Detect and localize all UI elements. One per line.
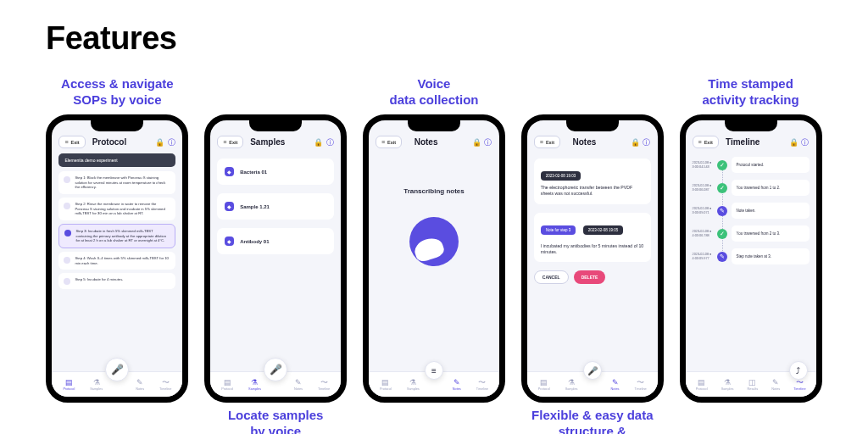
- protocol-step[interactable]: Step 1: Block the membrane with Ponceau …: [58, 171, 175, 194]
- screen-title: Timeline: [700, 137, 786, 147]
- tab-notes[interactable]: ✎Notes: [136, 379, 144, 391]
- chart-icon: 〜: [162, 379, 170, 387]
- share-fab[interactable]: ⤴: [789, 361, 808, 380]
- notch: [249, 120, 302, 131]
- note-dot-icon: ✎: [717, 206, 727, 216]
- timeline-row[interactable]: 2023-02-08 ● 3:03:09.071 ✎ Note taken.: [693, 203, 810, 219]
- note-card[interactable]: Note for step 3 2023-02-08 19:05 I incub…: [534, 213, 651, 263]
- results-icon: ◫: [748, 379, 756, 387]
- protocol-step[interactable]: Step 4: Wash 3–4 times with 5% skimmed m…: [58, 252, 175, 270]
- sample-card[interactable]: ◆Antibody 01: [217, 228, 334, 254]
- mic-fab[interactable]: 🎤: [583, 361, 602, 380]
- note-card[interactable]: 2023-02-08 19:03 The electrophoretic tra…: [534, 159, 651, 204]
- list-icon: ▤: [224, 379, 231, 387]
- info-icon[interactable]: ⓘ: [167, 138, 175, 147]
- timeline-row[interactable]: 2023-02-08 ● 4:03:06.788 ✓ You traversed…: [693, 225, 810, 242]
- flask-icon: ⚗: [568, 379, 575, 387]
- transcribing-label: Transcribing notes: [376, 187, 492, 195]
- tab-notes[interactable]: ✎Notes: [771, 379, 780, 391]
- sample-icon: ◆: [225, 167, 234, 176]
- list-icon: ▤: [698, 379, 705, 387]
- tab-timeline[interactable]: 〜Timeline: [635, 379, 647, 391]
- tab-notes[interactable]: ✎Notes: [611, 379, 620, 391]
- tab-protocol[interactable]: ▤Protocol: [696, 379, 708, 391]
- info-icon[interactable]: ⓘ: [801, 138, 810, 147]
- info-icon[interactable]: ⓘ: [484, 138, 492, 147]
- delete-button[interactable]: DELETE: [574, 270, 606, 284]
- tab-samples[interactable]: ⚗Samples: [721, 379, 734, 391]
- info-icon[interactable]: ⓘ: [326, 138, 334, 147]
- tab-timeline[interactable]: 〜Timeline: [793, 379, 805, 391]
- screen-title: Protocol: [67, 137, 153, 147]
- lock-icon[interactable]: 🔒: [789, 138, 798, 147]
- note-text: I incubated my antibodies for 5 minutes …: [541, 243, 644, 256]
- tab-samples[interactable]: ⚗Samples: [565, 379, 578, 391]
- tab-timeline[interactable]: 〜Timeline: [318, 379, 330, 391]
- note-date: 2023-02-08 19:03: [541, 171, 581, 181]
- info-icon[interactable]: ⓘ: [643, 138, 651, 147]
- caption-samples: Locate samplesby voice: [228, 408, 324, 434]
- notch: [725, 120, 777, 131]
- tab-protocol[interactable]: ▤Protocol: [380, 379, 392, 391]
- chart-icon: 〜: [320, 379, 328, 387]
- screen-title: Notes: [383, 137, 469, 147]
- notch: [566, 120, 619, 131]
- tab-protocol[interactable]: ▤Protocol: [221, 379, 233, 391]
- sample-icon: ◆: [225, 236, 234, 246]
- cancel-button[interactable]: CANCEL: [534, 270, 569, 284]
- tab-timeline[interactable]: 〜Timeline: [476, 379, 488, 391]
- mic-fab[interactable]: 🎤: [105, 358, 129, 381]
- tab-samples[interactable]: ⚗Samples: [248, 379, 261, 391]
- lock-icon[interactable]: 🔒: [631, 138, 639, 147]
- protocol-banner: Elementia demo experiment: [58, 153, 175, 167]
- protocol-step-active[interactable]: Step 3: Incubate in fresh 5% skimmed mil…: [58, 224, 175, 248]
- protocol-step[interactable]: Step 2: Rinse the membrane in water to r…: [58, 198, 175, 220]
- flask-icon: ⚗: [93, 379, 100, 387]
- phone-timeline: Exit Timeline 🔒 ⓘ 2023-02-08 ● 3:00:04.5…: [680, 114, 822, 403]
- timeline-row[interactable]: 2023-02-08 ● 3:00:04.543 ✓ Protocol star…: [693, 157, 810, 173]
- caption-voice: Voicedata collection: [389, 75, 478, 109]
- sample-card[interactable]: ◆Bacteria 01: [217, 159, 334, 185]
- notch: [91, 120, 143, 131]
- protocol-step[interactable]: Step 5: Incubate for 4 minutes.: [58, 273, 175, 289]
- tab-notes[interactable]: ✎Notes: [294, 379, 303, 391]
- note-dot-icon: ✎: [717, 252, 727, 262]
- page-heading: Features: [46, 20, 822, 57]
- list-icon: ▤: [540, 379, 548, 387]
- caption-timeline: Time stampedactivity tracking: [702, 75, 798, 109]
- check-icon: ✓: [717, 229, 727, 239]
- flask-icon: ⚗: [409, 379, 416, 387]
- note-tag: Note for step 3: [541, 225, 576, 235]
- chart-icon: 〜: [478, 379, 486, 387]
- tab-protocol[interactable]: ▤Protocol: [63, 379, 75, 391]
- note-icon: ✎: [612, 379, 619, 387]
- timeline-row[interactable]: 2023-02-08 ● 4:03:09.977 ✎ Step note tak…: [693, 248, 810, 264]
- tab-samples[interactable]: ⚗Samples: [407, 379, 420, 391]
- lock-icon[interactable]: 🔒: [472, 138, 481, 147]
- caption-notes: Flexible & easy datastructure & manageme…: [520, 408, 664, 434]
- screen-title: Samples: [225, 137, 310, 147]
- note-text: The electrophoretic transfer between the…: [541, 185, 644, 198]
- pause-fab[interactable]: ≡: [425, 361, 443, 380]
- timeline-row[interactable]: 2023-02-08 ● 3:03:06.087 ✓ You traversed…: [693, 180, 810, 196]
- lock-icon[interactable]: 🔒: [155, 138, 164, 147]
- tab-protocol[interactable]: ▤Protocol: [538, 379, 550, 391]
- flask-icon: ⚗: [724, 379, 731, 387]
- phone-protocol: Exit Protocol 🔒 ⓘ Elementia demo experim…: [46, 114, 188, 403]
- list-icon: ▤: [381, 379, 389, 387]
- sample-card[interactable]: ◆Sample 1.21: [217, 193, 334, 220]
- caption-sops: Access & navigateSOPs by voice: [61, 75, 174, 109]
- lock-icon[interactable]: 🔒: [314, 138, 322, 147]
- note-icon: ✎: [295, 379, 302, 387]
- flask-icon: ⚗: [251, 379, 258, 387]
- phone-notes: Exit Notes 🔒 ⓘ 2023-02-08 19:03 The elec…: [521, 114, 664, 403]
- note-icon: ✎: [453, 379, 460, 387]
- tab-results[interactable]: ◫Results: [748, 379, 759, 391]
- tab-notes[interactable]: ✎Notes: [453, 379, 461, 391]
- phones-row: Access & navigateSOPs by voice Exit Prot…: [46, 75, 822, 434]
- voice-orb-icon: [409, 217, 459, 266]
- tab-samples[interactable]: ⚗Samples: [90, 379, 103, 391]
- note-icon: ✎: [772, 379, 779, 387]
- mic-fab[interactable]: 🎤: [264, 358, 287, 381]
- tab-timeline[interactable]: 〜Timeline: [159, 379, 171, 391]
